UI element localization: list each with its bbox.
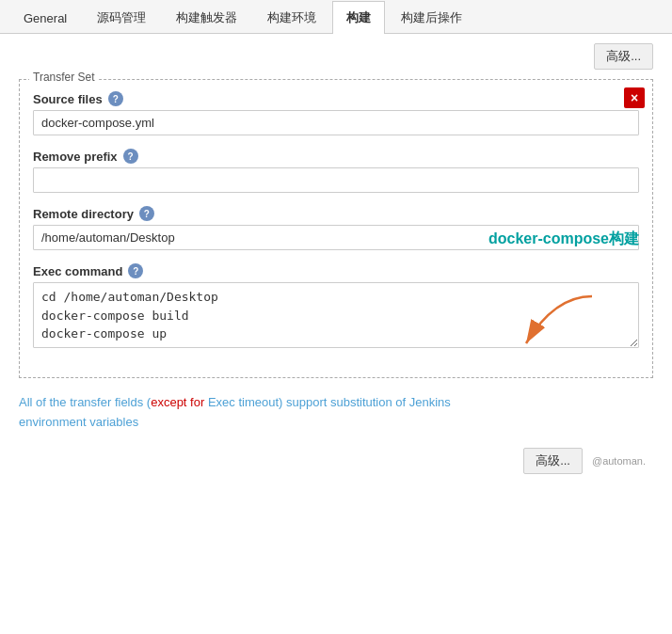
watermark: @automan. [592,455,646,467]
remote-directory-wrapper: docker-compose构建 [33,225,639,250]
source-files-group: Source files ? [33,91,639,135]
remove-prefix-label: Remove prefix ? [33,149,639,164]
transfer-set-container: Transfer Set × Source files ? Remove pre… [19,79,653,378]
exec-command-label: Exec command ? [33,263,639,278]
tab-post[interactable]: 构建后操作 [387,1,476,34]
exec-command-wrapper: cd /home/automan/Desktop docker-compose … [33,282,639,351]
exec-command-textarea[interactable]: cd /home/automan/Desktop docker-compose … [33,282,639,348]
top-advanced-button[interactable]: 高级... [594,43,653,70]
top-advanced-row: 高级... [19,43,653,70]
remove-prefix-input[interactable] [33,167,639,193]
source-files-input[interactable] [33,110,639,135]
tab-env[interactable]: 构建环境 [253,1,330,34]
remove-prefix-group: Remove prefix ? [33,149,639,193]
tab-general[interactable]: General [9,3,81,33]
remote-directory-label: Remote directory ? [33,206,639,221]
tab-bar: General 源码管理 构建触发器 构建环境 构建 构建后操作 [0,0,672,34]
exec-command-help-icon[interactable]: ? [128,263,143,278]
transfer-set-label: Transfer Set [29,71,99,84]
exec-command-group: Exec command ? cd /home/automan/Desktop … [33,263,639,351]
main-content: 高级... Transfer Set × Source files ? Remo… [0,34,672,634]
remote-directory-group: Remote directory ? docker-compose构建 [33,206,639,250]
tab-scm[interactable]: 源码管理 [83,1,160,34]
close-button[interactable]: × [624,87,645,108]
info-text: All of the transfer fields (except for E… [19,393,653,433]
bottom-row: 高级... @automan. [19,448,653,474]
source-files-help-icon[interactable]: ? [108,91,123,106]
remove-prefix-help-icon[interactable]: ? [123,149,138,164]
source-files-label: Source files ? [33,91,639,106]
tab-build[interactable]: 构建 [332,1,385,34]
env-variables-link[interactable]: environment variables [19,415,138,429]
remote-directory-input[interactable] [33,225,639,250]
highlight-except: except for [151,395,204,409]
bottom-advanced-button[interactable]: 高级... [523,448,583,474]
tab-triggers[interactable]: 构建触发器 [162,1,251,34]
remote-directory-help-icon[interactable]: ? [139,206,154,221]
